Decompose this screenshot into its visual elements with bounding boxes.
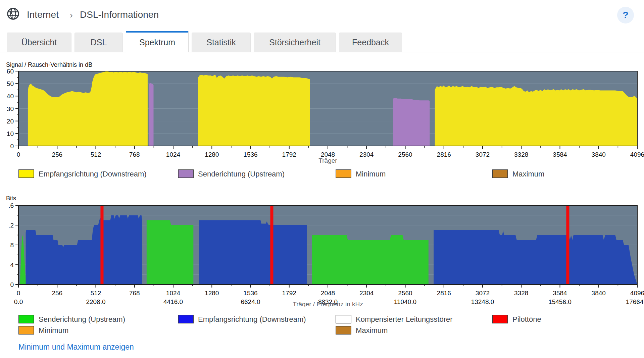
svg-text:40: 40 — [7, 93, 14, 100]
legend-swatch — [336, 169, 351, 178]
svg-text:3840: 3840 — [592, 290, 606, 297]
legend-swatch — [178, 169, 194, 178]
svg-text:30: 30 — [7, 105, 14, 112]
svg-text:3072: 3072 — [476, 290, 490, 297]
svg-text:3584: 3584 — [553, 290, 567, 297]
help-button[interactable]: ? — [617, 7, 634, 23]
svg-text:1536: 1536 — [243, 290, 257, 297]
svg-text:3328: 3328 — [514, 151, 528, 158]
svg-text:2560: 2560 — [398, 151, 412, 158]
svg-text:15456.0: 15456.0 — [548, 298, 572, 305]
legend-label: Minimum — [39, 326, 68, 335]
svg-text:1792: 1792 — [282, 151, 296, 158]
svg-text:0: 0 — [10, 281, 14, 288]
svg-text:50: 50 — [7, 80, 14, 87]
svg-text:0: 0 — [17, 290, 20, 297]
legend-swatch — [18, 315, 34, 323]
svg-text:2560: 2560 — [398, 290, 412, 297]
svg-text:768: 768 — [129, 151, 140, 158]
svg-text:Träger / Frequenz in kHz: Träger / Frequenz in kHz — [293, 301, 363, 307]
tab-uebersicht[interactable]: Übersicht — [7, 33, 71, 52]
svg-text:4096: 4096 — [630, 151, 644, 158]
svg-text:2304: 2304 — [359, 290, 374, 297]
svg-text:768: 768 — [129, 290, 140, 297]
legend-label: Maximum — [512, 170, 544, 178]
svg-text:512: 512 — [91, 151, 101, 158]
svg-text:1536: 1536 — [243, 151, 257, 158]
show-min-max-link[interactable]: Minimum und Maximum anzeigen — [18, 343, 134, 352]
tab-statistik[interactable]: Statistik — [192, 33, 251, 52]
tab-spektrum[interactable]: Spektrum — [126, 31, 189, 52]
breadcrumb-section[interactable]: Internet — [27, 9, 59, 20]
svg-text:1792: 1792 — [282, 290, 296, 297]
breadcrumb-chevron-icon: › — [70, 10, 73, 20]
legend-label: Senderichtung (Upstream) — [198, 170, 285, 178]
svg-text:10: 10 — [7, 130, 14, 137]
legend-swatch — [492, 169, 508, 178]
tab-bar: Übersicht DSL Spektrum Statistik Störsic… — [0, 31, 644, 52]
svg-text:2816: 2816 — [437, 151, 451, 158]
svg-text:3840: 3840 — [592, 151, 606, 158]
svg-text:60: 60 — [7, 68, 14, 75]
svg-text:256: 256 — [52, 290, 62, 297]
legend-label: Maximum — [356, 326, 388, 335]
svg-text:2048: 2048 — [321, 290, 335, 297]
svg-text:13248.0: 13248.0 — [471, 298, 494, 305]
legend-swatch — [178, 315, 194, 323]
legend-label: Pilottöne — [512, 315, 541, 324]
snr-spectrum-chart: 6050403020100025651276810241280153617922… — [0, 54, 644, 164]
legend-swatch — [18, 326, 34, 335]
svg-text:4416.0: 4416.0 — [163, 298, 183, 305]
breadcrumb-page-title: DSL-Informationen — [80, 9, 159, 20]
svg-text:0.0: 0.0 — [14, 298, 23, 305]
svg-text:.6: .6 — [8, 202, 14, 209]
svg-text:1024: 1024 — [166, 290, 181, 297]
legend-swatch — [492, 315, 508, 323]
svg-text:3072: 3072 — [476, 151, 490, 158]
legend-label: Kompensierter Leitungsstörer — [356, 315, 453, 324]
svg-text:1024: 1024 — [166, 151, 181, 158]
legend-label: Senderichtung (Upstream) — [39, 315, 125, 324]
svg-text:17664.0: 17664.0 — [626, 298, 644, 305]
legend-label: Empfangsrichtung (Downstream) — [39, 170, 147, 178]
svg-text:1280: 1280 — [205, 290, 219, 297]
svg-text:3584: 3584 — [553, 151, 567, 158]
globe-icon — [7, 7, 19, 20]
svg-text:512: 512 — [91, 290, 101, 297]
tab-feedback[interactable]: Feedback — [339, 33, 402, 52]
svg-text:1280: 1280 — [205, 151, 219, 158]
svg-text:4096: 4096 — [630, 290, 644, 297]
svg-text:3328: 3328 — [514, 290, 528, 297]
legend-label: Empfangsrichtung (Downstream) — [198, 315, 306, 324]
bits-spectrum-chart: .6.284000.02565122208.076810244416.01280… — [0, 191, 644, 307]
tab-stoersicherheit[interactable]: Störsicherheit — [254, 33, 336, 52]
legend-label: Minimum — [356, 170, 386, 178]
legend-swatch — [336, 326, 351, 335]
svg-text:4: 4 — [10, 261, 14, 268]
svg-text:Träger: Träger — [318, 157, 337, 164]
svg-text:0: 0 — [10, 143, 14, 150]
svg-text:256: 256 — [52, 151, 62, 158]
legend-swatch — [18, 169, 34, 178]
svg-text:20: 20 — [7, 118, 14, 125]
svg-text:0: 0 — [17, 151, 20, 158]
svg-text:2208.0: 2208.0 — [86, 298, 105, 305]
dsl-informationen-page: Internet › DSL-Informationen ? Übersicht… — [0, 0, 644, 358]
page-header: Internet › DSL-Informationen ? — [0, 0, 644, 31]
svg-text:11040.0: 11040.0 — [394, 298, 416, 305]
svg-text:2304: 2304 — [359, 151, 374, 158]
svg-text:6624.0: 6624.0 — [241, 298, 260, 305]
svg-text:2816: 2816 — [437, 290, 451, 297]
svg-text:8: 8 — [10, 242, 14, 249]
svg-text:.2: .2 — [8, 222, 14, 229]
legend-swatch — [336, 315, 351, 323]
tab-dsl[interactable]: DSL — [75, 33, 123, 52]
